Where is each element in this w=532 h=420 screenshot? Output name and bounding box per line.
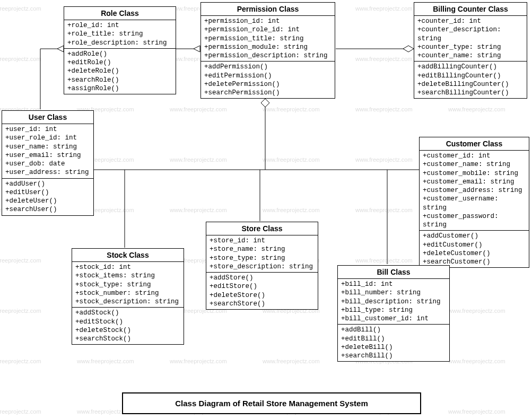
watermark-text: www.freeprojectz.com [0,308,41,314]
customer-class-title: Customer Class [420,137,529,151]
uml-line: +bill_type: string [341,306,446,314]
billing-counter-class: Billing Counter Class +counter_id: int+c… [414,2,527,99]
uml-line: +searchBillingCounter() [417,89,524,97]
uml-line: +counter_type: string [417,43,524,51]
uml-line: +searchPermission() [204,89,332,97]
role-class-ops: +addRole()+editRole()+deleteRole()+searc… [64,48,176,94]
svg-marker-7 [261,99,269,107]
watermark-text: www.freeprojectz.com [448,358,505,364]
uml-line: +deleteUser() [5,197,90,205]
watermark-text: www.freeprojectz.com [263,156,320,163]
role-class-title: Role Class [64,7,176,20]
user-class: User Class +user_id: int+user_role_id: i… [2,110,94,216]
watermark-text: www.freeprojectz.com [0,408,41,415]
uml-line: +addUser() [5,180,90,188]
svg-marker-2 [57,46,64,52]
watermark-text: www.freeprojectz.com [0,56,41,62]
customer-class-attrs: +customer_id: int+customer_name: string+… [420,151,529,230]
uml-line: +bill_description: string [341,298,446,306]
uml-line: +addStore() [210,274,315,282]
watermark-text: www.freeprojectz.com [0,5,41,12]
uml-line: +addRole() [67,50,172,58]
uml-line: +addBill() [341,326,446,334]
uml-line: +editStore() [210,282,315,291]
uml-line: +editBillingCounter() [417,72,524,80]
user-class-ops: +addUser()+editUser()+deleteUser()+searc… [2,178,93,215]
uml-line: +addBillingCounter() [417,63,524,71]
uml-line: +permission_module: string [204,43,332,51]
uml-line: +role_id: int [67,21,172,30]
uml-line: +deleteStore() [210,291,315,300]
uml-line: +deleteBillingCounter() [417,80,524,89]
watermark-text: www.freeprojectz.com [355,207,413,213]
stock-class-ops: +addStock()+editStock()+deleteStock()+se… [72,307,184,344]
role-class: Role Class +role_id: int+role_title: str… [64,6,176,94]
user-class-title: User Class [2,111,93,124]
watermark-text: www.freeprojectz.com [448,308,505,314]
store-class: Store Class +store_id: int+store_name: s… [206,222,318,310]
uml-line: +role_description: string [67,39,172,47]
watermark-text: www.freeprojectz.com [263,358,320,364]
watermark-text: www.freeprojectz.com [263,106,320,112]
stock-class: Stock Class +stock_id: int+stock_items: … [72,248,184,345]
watermark-text: www.freeprojectz.com [355,257,413,264]
bill-class: Bill Class +bill_id: int+bill_number: st… [337,265,450,362]
store-class-title: Store Class [206,222,318,235]
stock-class-title: Stock Class [72,249,184,262]
uml-line: +permission_role_id: int [204,25,332,34]
uml-line: +editUser() [5,188,90,197]
role-class-attrs: +role_id: int+role_title: string+role_de… [64,20,176,48]
uml-line: +counter_name: string [417,51,524,60]
customer-class-ops: +addCustomer()+editCustomer()+deleteCust… [420,230,529,267]
uml-line: +addCustomer() [423,232,526,240]
permission-class-attrs: +permission_id: int+permission_role_id: … [201,16,335,61]
watermark-text: www.freeprojectz.com [355,56,413,62]
uml-line: +editStock() [75,318,180,326]
uml-line: +searchRole() [67,76,172,84]
uml-line: +stock_items: string [75,272,180,280]
uml-line: +user_id: int [5,125,90,134]
uml-line: +deleteRole() [67,67,172,75]
uml-line: +deleteStock() [75,326,180,335]
uml-line: +stock_number: string [75,289,180,298]
diagram-caption: Class Diagram of Retail Store Management… [122,392,421,414]
uml-line: +deletePermission() [204,80,332,89]
uml-line: +editRole() [67,58,172,67]
uml-line: +editBill() [341,335,446,343]
stock-class-attrs: +stock_id: int+stock_items: string+stock… [72,262,184,307]
watermark-text: www.freeprojectz.com [355,106,413,112]
user-class-attrs: +user_id: int+user_role_id: int+user_nam… [2,124,93,178]
watermark-text: www.freeprojectz.com [170,207,227,213]
bill-class-title: Bill Class [338,266,449,279]
uml-line: +editCustomer() [423,241,526,249]
uml-line: +customer_mobile: string [423,169,526,178]
permission-class-ops: +addPermission()+editPermission()+delete… [201,61,335,98]
uml-line: +customer_id: int [423,152,526,160]
svg-marker-4 [194,46,200,52]
permission-class-title: Permission Class [201,3,335,16]
watermark-text: www.freeprojectz.com [448,408,505,415]
uml-line: +bill_id: int [341,280,446,288]
uml-line: +deleteBill() [341,343,446,352]
uml-line: +customer_password: string [423,212,526,230]
svg-marker-6 [403,46,414,52]
uml-line: +bill_customer_id: int [341,314,446,323]
watermark-text: www.freeprojectz.com [263,207,320,213]
uml-line: +role_title: string [67,30,172,38]
uml-line: +customer_username: string [423,195,526,212]
uml-line: +stock_description: string [75,298,180,306]
uml-line: +store_name: string [210,245,315,253]
billing-counter-class-title: Billing Counter Class [414,3,527,16]
uml-line: +permission_title: string [204,34,332,43]
uml-line: +user_dob: date [5,160,90,168]
uml-line: +permission_id: int [204,17,332,25]
uml-line: +editPermission() [204,72,332,80]
customer-class: Customer Class +customer_id: int+custome… [419,137,529,268]
watermark-text: www.freeprojectz.com [355,5,413,12]
uml-line: +assignRole() [67,84,172,93]
uml-line: +counter_id: int [417,17,524,25]
uml-line: +addStock() [75,309,180,317]
uml-line: +stock_type: string [75,281,180,289]
uml-line: +searchStore() [210,300,315,308]
permission-class: Permission Class +permission_id: int+per… [200,2,335,99]
